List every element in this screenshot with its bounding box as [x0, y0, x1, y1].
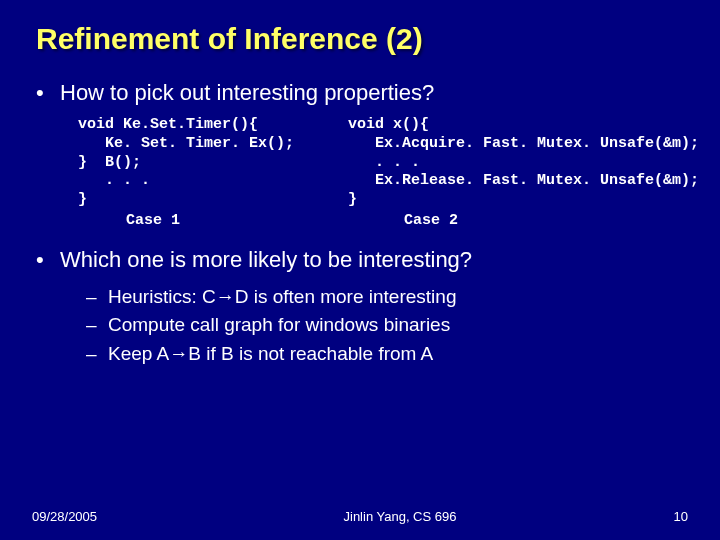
heuristic-3: Keep A→B if B is not reachable from A — [36, 340, 720, 369]
arrow-icon: → — [169, 343, 188, 364]
h1-part-a: Heuristics: C — [108, 286, 216, 307]
footer-page-number: 10 — [648, 509, 688, 524]
code2-line5: } — [348, 191, 699, 210]
case-1-label: Case 1 — [78, 212, 294, 229]
footer-author: Jinlin Yang, CS 696 — [152, 509, 648, 524]
code-example-2: void x(){ Ex.Acquire. Fast. Mutex. Unsaf… — [348, 116, 699, 229]
arrow-icon: → — [216, 286, 235, 307]
slide-title: Refinement of Inference (2) — [0, 0, 720, 56]
code1-line2: Ke. Set. Timer. Ex(); — [78, 135, 294, 154]
code2-line2: Ex.Acquire. Fast. Mutex. Unsafe(&m); — [348, 135, 699, 154]
footer-date: 09/28/2005 — [32, 509, 152, 524]
h3-part-b: B if B is not reachable from A — [188, 343, 433, 364]
heuristic-2: Compute call graph for windows binaries — [36, 311, 720, 340]
h3-part-a: Keep A — [108, 343, 169, 364]
slide-body: How to pick out interesting properties? … — [0, 56, 720, 368]
code2-line4: Ex.Release. Fast. Mutex. Unsafe(&m); — [348, 172, 699, 191]
case-2-label: Case 2 — [348, 212, 699, 229]
code1-line4: . . . — [78, 172, 294, 191]
code2-line3: . . . — [348, 154, 699, 173]
code-example-1: void Ke.Set.Timer(){ Ke. Set. Timer. Ex(… — [78, 116, 294, 229]
code1-line5: } — [78, 191, 294, 210]
h1-part-b: D is often more interesting — [235, 286, 457, 307]
code1-line1: void Ke.Set.Timer(){ — [78, 116, 294, 135]
heuristic-1: Heuristics: C→D is often more interestin… — [36, 283, 720, 312]
code-examples-row: void Ke.Set.Timer(){ Ke. Set. Timer. Ex(… — [36, 116, 720, 229]
code1-line3: } B(); — [78, 154, 294, 173]
code2-line1: void x(){ — [348, 116, 699, 135]
bullet-question-1: How to pick out interesting properties? — [36, 80, 720, 106]
slide-footer: 09/28/2005 Jinlin Yang, CS 696 10 — [0, 509, 720, 524]
bullet-question-2: Which one is more likely to be interesti… — [36, 247, 720, 273]
